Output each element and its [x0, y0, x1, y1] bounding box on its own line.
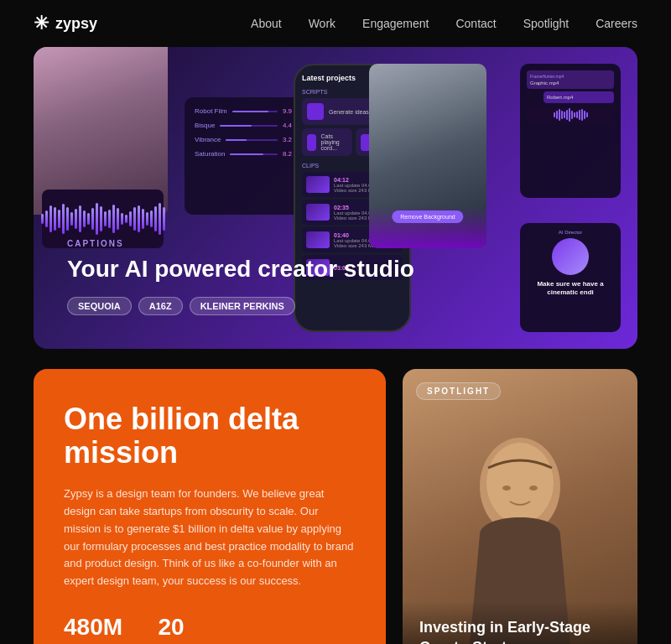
- hero-badges: SEQUOIA A16Z KLEINER PERKINS: [67, 297, 414, 315]
- remove-bg-button[interactable]: Remove Background: [392, 210, 463, 223]
- waveform-bar: [58, 210, 60, 228]
- slider-row: Saturation 8.2: [195, 150, 292, 158]
- slider-value: 8.2: [283, 150, 292, 158]
- waveform-bar: [83, 210, 86, 227]
- nav-about[interactable]: About: [251, 17, 282, 30]
- mission-section: One billion delta mission Zypsy is a des…: [34, 369, 637, 644]
- waveform-bar: [163, 207, 165, 231]
- stat-delta-value: 480M: [64, 614, 132, 641]
- spotlight-overlay: Investing in Early-Stage Crypto Startups…: [403, 601, 637, 644]
- svg-point-4: [529, 486, 538, 491]
- waveform-bar: [49, 205, 52, 232]
- slider-value: 4.4: [283, 122, 292, 129]
- nav-spotlight[interactable]: Spotlight: [523, 17, 569, 30]
- waveform-bar: [41, 214, 44, 224]
- waveform-bar: [108, 210, 111, 228]
- waveform-bar: [62, 204, 65, 234]
- badge-a16z: A16Z: [138, 297, 183, 315]
- svg-point-2: [491, 447, 549, 517]
- slider-row: Vibrance 3.2: [195, 136, 292, 143]
- slider-label: Saturation: [195, 150, 225, 158]
- nav-work[interactable]: Work: [309, 17, 336, 30]
- slider-row: Bisque 4.4: [195, 122, 292, 129]
- logo-text: zypsy: [55, 15, 97, 33]
- waveform-bar: [117, 208, 119, 230]
- waveform-bar: [87, 213, 90, 225]
- spotlight-badge: SPOTLIGHT: [416, 382, 501, 400]
- mission-stats: 480M Delta Valuation 20 Companies: [64, 614, 356, 644]
- logo-icon: ✳: [34, 13, 49, 34]
- waveform-bar: [79, 205, 81, 232]
- chat-waveform: [527, 106, 614, 123]
- nav-engagement[interactable]: Engagement: [362, 17, 429, 30]
- slider-track[interactable]: [220, 125, 277, 127]
- hero-section: Robot Film 9.9 Bisque 4.4 Vibrance 3.2 S…: [34, 47, 637, 349]
- slider-value: 9.9: [283, 107, 292, 115]
- badge-sequoia: SEQUOIA: [67, 297, 132, 315]
- chat-card: FrameHunter.mp4 Graphic.mp4 Robert.mp4: [520, 64, 621, 198]
- waveform-bar: [75, 209, 77, 229]
- clip-thumbnail: [306, 204, 330, 221]
- clip-thumbnail: [306, 176, 330, 193]
- ai-director-card: AI Director Make sure we have a cinemati…: [520, 223, 621, 332]
- waveform-bars: [41, 203, 165, 235]
- waveform-bar: [100, 206, 102, 231]
- ai-avatar: [552, 238, 589, 275]
- phone-title: Latest projects: [302, 74, 356, 82]
- waveform-bar: [96, 203, 98, 235]
- phone-item-text: Generate ideas: [329, 109, 369, 115]
- group-photo-card: Remove Background: [369, 64, 486, 248]
- waveform-bar: [70, 212, 73, 226]
- waveform-bar: [146, 212, 148, 226]
- waveform-bar: [154, 206, 157, 231]
- navigation: ✳ zypsy About Work Engagement Contact Sp…: [0, 0, 671, 47]
- slider-label: Bisque: [195, 122, 215, 129]
- waveform-bar: [133, 207, 136, 231]
- phone-item-text: Cats playing cord...: [321, 133, 348, 151]
- mission-left-panel: One billion delta mission Zypsy is a des…: [34, 369, 386, 644]
- hero-title: Your AI powered creator studio: [67, 255, 414, 283]
- mission-description: Zypsy is a design team for founders. We …: [64, 486, 356, 590]
- ai-text: Make sure we have a cinematic endi: [527, 280, 614, 298]
- slider-row: Robot Film 9.9: [195, 107, 292, 115]
- slider-label: Vibrance: [195, 136, 221, 143]
- stat-delta: 480M Delta Valuation: [64, 614, 132, 644]
- logo[interactable]: ✳ zypsy: [34, 13, 97, 34]
- spotlight-photo: SPOTLIGHT Investing in Early-Stage Crypt…: [403, 369, 637, 644]
- waveform-bar: [54, 207, 56, 231]
- waveform-bar: [104, 211, 107, 226]
- chat-bubble-received: FrameHunter.mp4 Graphic.mp4: [527, 70, 614, 89]
- slider-track[interactable]: [226, 139, 277, 141]
- phone-item[interactable]: Cats playing cord...: [302, 128, 352, 156]
- stat-companies: 20 Companies: [159, 614, 210, 644]
- waveform-bar: [45, 210, 48, 227]
- waveform-bar: [66, 207, 69, 231]
- waveform-bar: [150, 210, 153, 227]
- stat-companies-value: 20: [159, 614, 210, 641]
- hero-tag: CAPTIONS: [67, 239, 414, 248]
- ai-tag: AI Director: [527, 230, 614, 235]
- spotlight-card[interactable]: SPOTLIGHT Investing in Early-Stage Crypt…: [403, 369, 637, 644]
- waveform-bar: [91, 208, 94, 230]
- chat-bubble-sent: Robert.mp4: [544, 91, 614, 103]
- nav-careers[interactable]: Careers: [596, 17, 637, 30]
- phone-item-icon: [307, 134, 316, 151]
- nav-contact[interactable]: Contact: [455, 17, 496, 30]
- spotlight-title: Investing in Early-Stage Crypto Startups: [419, 618, 621, 644]
- waveform-bar: [112, 205, 115, 233]
- nav-links: About Work Engagement Contact Spotlight …: [251, 17, 637, 30]
- hero-text: CAPTIONS Your AI powered creator studio …: [67, 239, 414, 315]
- slider-value: 3.2: [283, 136, 292, 143]
- waveform-bar: [138, 205, 140, 232]
- sliders-card: Robot Film 9.9 Bisque 4.4 Vibrance 3.2 S…: [185, 97, 302, 215]
- phone-item-icon: [307, 103, 324, 120]
- waveform-bar: [129, 211, 132, 226]
- svg-point-3: [502, 486, 511, 491]
- waveform-bar: [121, 213, 123, 225]
- mission-title: One billion delta mission: [64, 402, 356, 469]
- slider-track[interactable]: [232, 111, 278, 112]
- waveform-bar: [125, 215, 127, 223]
- waveform-bar: [142, 209, 144, 229]
- badge-kleiner: KLEINER PERKINS: [190, 297, 295, 315]
- slider-track[interactable]: [230, 153, 277, 155]
